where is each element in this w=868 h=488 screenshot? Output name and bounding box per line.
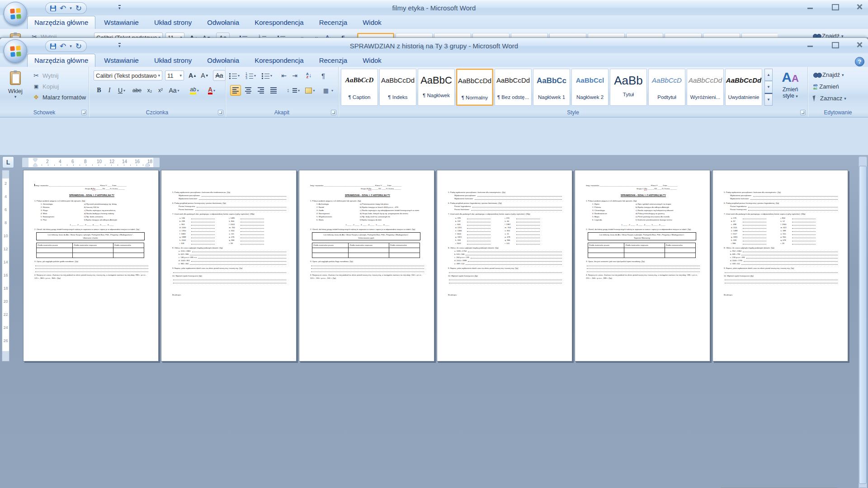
clear-formatting-button[interactable]: Aa [213,70,226,81]
align-right-button[interactable] [255,85,266,96]
style-card-uwydatnienie[interactable]: AaBbCcDdUwydatnienie [725,69,762,106]
numbering-button[interactable]: ▾ [245,70,256,81]
document-page-6[interactable]: 5. Podaj wydarzenie początkowe i końcowe… [712,170,848,361]
subscript-button[interactable]: x₂ [144,85,155,96]
tab-widok[interactable]: Widok [356,16,388,29]
superscript-button[interactable]: x² [155,85,166,96]
style-card-podtytuł[interactable]: AaBbCcDPodtytuł [648,69,685,106]
back-indent-button[interactable]: ⇥ [310,33,320,38]
replace-button[interactable]: abac Zamień [813,83,839,90]
document-page-2[interactable]: 5. Podaj wydarzenie początkowe i końcowe… [161,170,297,361]
window-filmy-etyka[interactable]: ↶▾ ↻ ▾ filmy etyka - Microsoft Word Narz… [0,0,868,38]
gallery-scroll-up-icon[interactable]: ▲ [764,69,773,81]
font-color-button[interactable]: A▾ [204,85,219,96]
scrollbar-thumb[interactable] [859,166,867,484]
copy-button[interactable]: ▣Kopiuj [32,82,59,90]
tab-odwołania[interactable]: Odwołania [200,16,246,29]
back-multilevel-button[interactable]: ▾ [278,33,288,38]
tab-narzędzia-główne[interactable]: Narzędzia główne [27,16,95,29]
style-card-wyróżnieni[interactable]: AaBbCcDdWyróżnieni... [687,69,724,106]
document-page-3[interactable]: Imię i nazwisko ________________________… [299,170,434,361]
minimize-button[interactable] [806,3,816,10]
tab-układ-strony[interactable]: Układ strony [147,16,198,29]
paste-button[interactable]: Wklej ▾ [3,70,28,106]
front-titlebar[interactable]: ↶▾ ↻ ▾ SPRAWDZIAN z historią na Ty 3 gru… [0,38,868,53]
style-card-nagłówek-1[interactable]: AaBbCcNagłówek 1 [533,69,570,106]
maximize-button[interactable] [830,41,840,48]
italic-button[interactable]: I [105,85,113,96]
style-card-indeks[interactable]: AaBbCcDd¶ Indeks [396,33,433,38]
style-card-podtytuł[interactable]: AaBbCcDPodtytuł [665,33,702,38]
underline-button[interactable]: U▾ [115,85,128,96]
strikethrough-button[interactable]: abe [131,85,143,96]
decrease-indent-button[interactable]: ⇤ [279,70,289,81]
horizontal-ruler[interactable]: 24681012141618 [22,157,160,168]
find-button[interactable]: Znajdź▾ [813,71,844,78]
line-spacing-button[interactable]: ↕▾ [283,85,300,96]
window-sprawdzian[interactable]: ↶▾ ↻ ▾ SPRAWDZIAN z historią na Ty 3 gru… [0,38,868,488]
tab-widok[interactable]: Widok [356,54,388,67]
close-button[interactable] [854,41,864,48]
align-center-button[interactable] [243,85,254,96]
grow-font-button[interactable]: A▲ [187,70,198,81]
gallery-expand-icon[interactable]: ▼ [764,93,773,106]
shading-button[interactable]: ▾ [302,85,318,96]
hanging-indent-marker[interactable] [33,163,38,166]
sort-button[interactable]: AZ↓ [302,70,315,81]
tab-korespondencja[interactable]: Korespondencja [248,16,310,29]
back-sort-button[interactable]: AZ↓ [323,33,335,38]
tab-wstawianie[interactable]: Wstawianie [97,54,146,67]
highlight-button[interactable]: ab▾ [187,85,202,96]
pilcrow-button[interactable]: ¶ [318,70,329,81]
select-button[interactable]: Zaznacz▾ [813,95,846,102]
back-outdent-button[interactable]: ⇤ [298,33,308,38]
tab-selector[interactable]: L [2,156,14,168]
style-card-wyróżnieni[interactable]: AaBbCcDdWyróżnieni... [703,33,740,38]
tab-recenzja[interactable]: Recenzja [312,54,354,67]
style-card-bez-odstę[interactable]: AaBbCcDd¶ Bez odstę... [511,33,548,38]
style-card-nagłówek-2[interactable]: AaBbCclNagłówek 2 [571,69,609,106]
tab-recenzja[interactable]: Recenzja [312,16,354,29]
multilevel-list-button[interactable]: ▾ [262,70,272,81]
vertical-scrollbar[interactable]: ▲ ▼ ▲▲ ● ▼▼ [859,156,867,488]
style-card-indeks[interactable]: AaBbCcDd¶ Indeks [379,69,416,106]
font-size-combo[interactable]: 11▾ [165,70,184,80]
change-styles-button[interactable]: AA Zmień style ▾ [774,70,806,114]
tab-wstawianie[interactable]: Wstawianie [97,16,146,29]
style-card-tytuł[interactable]: AaBbTytuł [610,69,647,106]
change-case-button[interactable]: Aa▾ [167,85,181,96]
clipboard-dialog-launcher-icon[interactable] [81,110,87,115]
back-numbering-button[interactable]: ▾ [259,33,269,38]
shrink-font-button[interactable]: A▼ [199,70,210,81]
style-card-caption[interactable]: AaBbCcD¶ Caption [357,33,394,38]
office-button[interactable] [4,39,27,63]
maximize-button[interactable] [830,3,840,10]
back-titlebar[interactable]: ↶▾ ↻ ▾ filmy etyka - Microsoft Word [0,0,868,15]
cut-button[interactable]: ✂Wytnij [32,71,58,80]
style-card-normalny[interactable]: AaBbCcDd¶ Normalny [456,69,493,106]
font-name-combo[interactable]: Calibri (Tekst podstawow▾ [94,70,162,80]
minimize-button[interactable] [806,41,816,48]
back-font-size-combo[interactable]: 11▾ [165,33,184,38]
paragraph-dialog-launcher-icon[interactable] [331,110,336,115]
gallery-scroll-down-icon[interactable]: ▼ [764,81,773,93]
document-page-4[interactable]: 5. Podaj wydarzenie początkowe i końcowe… [437,170,572,361]
style-card-bez-odstę[interactable]: AaBbCcDd¶ Bez odstę... [495,69,532,106]
style-card-nagłówek[interactable]: AaBbC¶ Nagłówek [418,69,455,106]
back-grow-font-button[interactable]: A▲ [188,33,200,38]
style-card-normalny[interactable]: AaBbCcDd¶ Normalny [472,33,509,38]
bullets-button[interactable]: ▾ [229,70,240,81]
style-card-uwydatnienie[interactable]: AaBbCcDdUwydatnienie [741,33,778,38]
back-paste-button[interactable] [3,32,28,38]
back-shrink-font-button[interactable]: A▼ [201,33,212,38]
right-indent-marker[interactable] [145,163,150,166]
tab-odwołania[interactable]: Odwołania [200,54,246,67]
borders-button[interactable]: ▦▾ [320,85,335,96]
first-line-indent-marker[interactable] [33,159,38,162]
tab-układ-strony[interactable]: Układ strony [147,54,198,67]
back-pilcrow-button[interactable]: ¶ [338,33,348,38]
back-cut-button[interactable]: ✂ Wytnij [30,33,57,38]
bold-button[interactable]: B [94,85,104,96]
office-button[interactable] [4,2,27,25]
back-clear-formatting-button[interactable]: A̶a̶ [216,33,230,38]
